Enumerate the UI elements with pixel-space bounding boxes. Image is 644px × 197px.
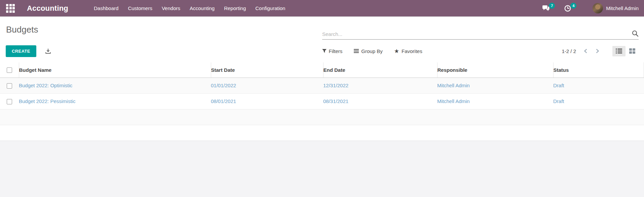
cell-end-date[interactable]: 12/31/2022 <box>323 78 437 93</box>
favorites-button[interactable]: ★ Favorites <box>394 48 422 55</box>
cell-start-date[interactable]: 01/01/2022 <box>211 78 323 93</box>
favorites-star-icon: ★ <box>394 48 399 55</box>
pager-next-icon[interactable] <box>594 47 601 55</box>
table-row-budget-pessimistic[interactable]: Budget 2022: Pessimistic 08/01/2021 08/3… <box>0 93 644 109</box>
view-switcher <box>612 46 639 56</box>
cell-budget-name[interactable]: Budget 2022: Pessimistic <box>19 93 211 109</box>
empty-row <box>0 109 644 125</box>
row-select-cell <box>0 78 19 93</box>
action-buttons: CREATE <box>5 45 322 57</box>
main-menu: Dashboard Customers Vendors Accounting R… <box>89 0 290 16</box>
filter-funnel-icon <box>322 49 327 53</box>
table-row-budget-optimistic[interactable]: Budget 2022: Optimistic 01/01/2022 12/31… <box>0 78 644 93</box>
menu-item-dashboard[interactable]: Dashboard <box>89 0 123 16</box>
list-view-button[interactable] <box>612 46 626 56</box>
activity-clock-icon <box>564 5 571 12</box>
cell-responsible[interactable]: Mitchell Admin <box>437 93 553 109</box>
app-title[interactable]: Accounting <box>27 4 68 13</box>
export-button[interactable] <box>45 49 51 54</box>
kanban-view-button[interactable] <box>626 46 639 56</box>
apps-menu-icon[interactable] <box>6 4 15 13</box>
user-menu[interactable]: Mitchell Admin <box>593 3 639 13</box>
cell-status[interactable]: Draft <box>553 93 644 109</box>
export-download-icon <box>45 49 51 54</box>
search-bar <box>322 16 639 40</box>
page-background <box>0 141 644 197</box>
column-header-status[interactable]: Status <box>553 62 644 78</box>
select-all-cell <box>0 62 19 78</box>
control-panel: Budgets CREATE Filters <box>0 16 644 62</box>
search-input[interactable] <box>322 31 629 37</box>
menu-item-customers[interactable]: Customers <box>123 0 157 16</box>
kanban-view-icon <box>629 48 635 54</box>
cell-budget-name[interactable]: Budget 2022: Optimistic <box>19 78 211 93</box>
list-view-icon <box>616 48 622 54</box>
menu-item-vendors[interactable]: Vendors <box>157 0 185 16</box>
column-header-budget-name[interactable]: Budget Name <box>19 62 211 78</box>
menu-item-reporting[interactable]: Reporting <box>219 0 251 16</box>
row-select-cell <box>0 93 19 109</box>
group-by-bars-icon <box>354 49 359 53</box>
pager-range[interactable]: 1-2 / 2 <box>562 48 576 54</box>
filters-button[interactable]: Filters <box>322 48 343 54</box>
search-icon[interactable] <box>632 30 639 37</box>
menu-item-configuration[interactable]: Configuration <box>251 0 290 16</box>
cell-responsible[interactable]: Mitchell Admin <box>437 78 553 93</box>
search-options: Filters Group By ★ Favorites <box>322 48 422 55</box>
row-checkbox[interactable] <box>7 83 12 89</box>
messages-button[interactable]: 7 <box>542 5 550 11</box>
pager: 1-2 / 2 <box>562 46 639 56</box>
navbar-right: 7 4 Mitchell Admin <box>542 3 639 13</box>
table-header-row: Budget Name Start Date End Date Responsi… <box>0 62 644 78</box>
column-header-start-date[interactable]: Start Date <box>211 62 323 78</box>
top-navbar: Accounting Dashboard Customers Vendors A… <box>0 0 644 16</box>
user-avatar <box>593 3 603 13</box>
group-by-button[interactable]: Group By <box>354 48 382 54</box>
activities-button[interactable]: 4 <box>564 5 571 12</box>
empty-row <box>0 125 644 141</box>
select-all-checkbox[interactable] <box>7 67 12 73</box>
page-title: Budgets <box>6 24 38 40</box>
messages-icon <box>542 5 550 11</box>
row-checkbox[interactable] <box>7 99 12 104</box>
budgets-list-table: Budget Name Start Date End Date Responsi… <box>0 62 644 141</box>
cell-start-date[interactable]: 08/01/2021 <box>211 93 323 109</box>
create-button[interactable]: CREATE <box>6 45 36 57</box>
activities-count-badge: 4 <box>570 3 576 9</box>
column-header-responsible[interactable]: Responsible <box>437 62 553 78</box>
messages-count-badge: 7 <box>549 3 555 9</box>
menu-item-accounting[interactable]: Accounting <box>185 0 219 16</box>
cell-end-date[interactable]: 08/31/2021 <box>323 93 437 109</box>
user-name: Mitchell Admin <box>606 5 639 11</box>
pager-previous-icon[interactable] <box>582 47 589 55</box>
column-header-end-date[interactable]: End Date <box>323 62 437 78</box>
cell-status[interactable]: Draft <box>553 78 644 93</box>
